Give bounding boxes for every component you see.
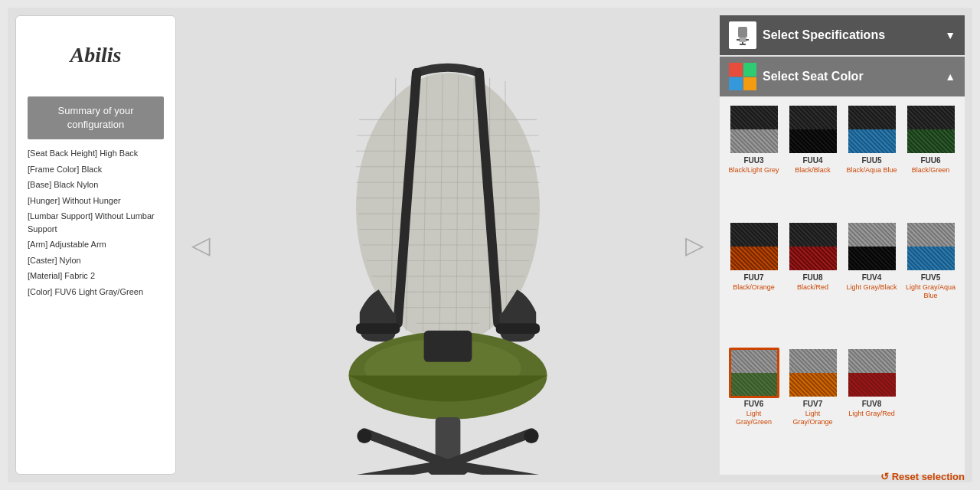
config-item: [Lumbar Support] Without Lumbar Support [28, 208, 164, 237]
swatch-FUV7 [788, 348, 838, 398]
summary-header: Summary of your configuration [28, 96, 164, 139]
config-item: [Caster] Nylon [28, 253, 164, 269]
swatch-item-FUU3[interactable]: FUU3Black/Light Grey [727, 104, 780, 215]
color-header-label: Select Seat Color [763, 70, 939, 83]
swatch-name-FUV8: FUV8 [862, 400, 882, 408]
swatch-name-FUU8: FUU8 [802, 273, 822, 282]
svg-line-31 [448, 433, 531, 464]
swatch-item-FUV5[interactable]: FUV5Light Gray/Aqua Blue [904, 221, 957, 341]
swatch-item-FUU7[interactable]: FUU7Black/Orange [727, 221, 780, 341]
swatch-FUV8 [847, 348, 897, 398]
swatch-name-FUV4: FUV4 [862, 273, 882, 282]
spec-header-label: Select Specifications [763, 28, 939, 42]
prev-arrow-button[interactable]: ◁ [184, 223, 218, 267]
swatch-FUU8 [788, 221, 838, 272]
swatch-item-FUU6[interactable]: FUU6Black/Green [904, 104, 957, 215]
spec-header[interactable]: Select Specifications ▼ [720, 15, 965, 55]
config-item: [Material] Fabric 2 [28, 268, 164, 284]
swatch-desc-FUU6: Black/Green [912, 166, 950, 175]
swatch-item-FUV6[interactable]: FUV6Light Gray/Green [727, 348, 780, 467]
swatch-name-FUU5: FUU5 [861, 156, 881, 165]
swatch-FUV5 [906, 221, 956, 272]
swatch-item-FUV4[interactable]: FUV4Light Gray/Black [845, 221, 898, 341]
center-panel: ◁ [184, 15, 712, 475]
swatch-desc-FUU7: Black/Orange [733, 283, 775, 292]
svg-point-36 [524, 429, 539, 443]
swatch-name-FUV5: FUV5 [921, 273, 941, 282]
swatch-desc-FUU3: Black/Light Grey [728, 166, 779, 175]
config-list: [Seat Back Height] High Back[Frame Color… [28, 145, 164, 299]
swatch-FUU5 [847, 104, 897, 155]
svg-rect-24 [496, 323, 540, 334]
brand-logo: Abilis [28, 28, 164, 90]
swatch-desc-FUU5: Black/Aqua Blue [846, 166, 897, 175]
swatch-FUV6 [729, 348, 779, 398]
svg-line-30 [364, 433, 448, 464]
swatch-item-FUU4[interactable]: FUU4Black/Black [786, 104, 839, 215]
swatch-FUU7 [729, 221, 779, 272]
swatch-name-FUU4: FUU4 [802, 156, 822, 165]
reset-button[interactable]: ↺ Reset selection [880, 471, 965, 482]
swatch-desc-FUV6: Light Gray/Green [727, 410, 780, 426]
svg-rect-23 [356, 323, 400, 334]
swatch-desc-FUU4: Black/Black [795, 166, 831, 175]
swatch-name-FUU7: FUU7 [743, 273, 763, 282]
left-panel: Abilis Summary of your configuration [Se… [15, 15, 176, 475]
color-grid: FUU3Black/Light GreyFUU4Black/BlackFUU5B… [720, 96, 965, 475]
reset-icon: ↺ [880, 471, 889, 482]
main-container: Abilis Summary of your configuration [Se… [8, 8, 972, 482]
swatch-name-FUV6: FUV6 [744, 400, 764, 408]
swatch-FUU6 [906, 104, 956, 155]
svg-rect-40 [738, 27, 747, 38]
svg-point-35 [357, 429, 371, 443]
swatch-name-FUU6: FUU6 [920, 156, 940, 165]
config-item: [Seat Back Height] High Back [28, 145, 164, 162]
color-arrow: ▲ [945, 70, 956, 83]
config-item: [Hunger] Without Hunger [28, 193, 164, 209]
color-palette-icon [729, 63, 756, 90]
reset-label: Reset selection [892, 471, 965, 482]
swatch-name-FUV7: FUV7 [803, 400, 823, 408]
spec-icon [729, 21, 756, 49]
swatch-FUV4 [847, 221, 897, 272]
swatch-name-FUU3: FUU3 [743, 156, 763, 165]
svg-rect-27 [424, 331, 472, 362]
swatch-FUU3 [729, 104, 779, 155]
config-item: [Frame Color] Black [28, 162, 164, 178]
chair-icon [732, 24, 753, 46]
bottom-bar: ↺ Reset selection [880, 471, 965, 482]
swatch-desc-FUU8: Black/Red [797, 283, 828, 292]
swatch-desc-FUV4: Light Gray/Black [846, 283, 897, 292]
config-item: [Color] FUV6 Light Gray/Green [28, 284, 164, 300]
config-item: [Arm] Adjustable Arm [28, 237, 164, 253]
swatch-FUU4 [788, 104, 838, 155]
swatch-item-FUU8[interactable]: FUU8Black/Red [786, 221, 839, 341]
svg-rect-41 [739, 38, 746, 42]
config-item: [Base] Black Nylon [28, 177, 164, 193]
right-panel: Select Specifications ▼ Select Seat Colo… [720, 15, 965, 475]
spec-arrow: ▼ [945, 29, 956, 41]
color-header[interactable]: Select Seat Color ▲ [720, 57, 965, 96]
swatch-item-FUV7[interactable]: FUV7Light Gray/Orange [786, 348, 839, 467]
swatch-desc-FUV7: Light Gray/Orange [786, 410, 839, 426]
swatch-item-FUU5[interactable]: FUU5Black/Aqua Blue [845, 104, 898, 215]
swatch-desc-FUV5: Light Gray/Aqua Blue [904, 283, 957, 300]
next-arrow-button[interactable]: ▷ [678, 223, 712, 267]
swatch-item-FUV8[interactable]: FUV8Light Gray/Red [845, 348, 898, 467]
chair-image [184, 15, 712, 475]
swatch-desc-FUV8: Light Gray/Red [848, 410, 895, 418]
